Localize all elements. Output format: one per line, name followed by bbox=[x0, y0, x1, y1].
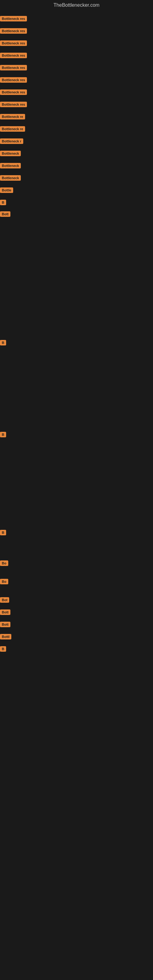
bottleneck-badge-6[interactable]: Bottleneck res bbox=[0, 89, 27, 95]
bottleneck-badge-19[interactable]: B bbox=[0, 530, 6, 535]
bottleneck-badge-11[interactable]: Bottleneck bbox=[0, 151, 21, 156]
bottleneck-badge-16[interactable]: Bott bbox=[0, 211, 10, 217]
bottleneck-badge-18[interactable]: B bbox=[0, 432, 6, 438]
bottleneck-badge-1[interactable]: Bottleneck res bbox=[0, 28, 27, 34]
bottleneck-badge-13[interactable]: Bottleneck bbox=[0, 175, 21, 181]
bottleneck-badge-25[interactable]: Bottl bbox=[0, 634, 11, 640]
bottleneck-badge-7[interactable]: Bottleneck res bbox=[0, 102, 27, 107]
bottleneck-badge-14[interactable]: Bottle bbox=[0, 188, 13, 193]
bottleneck-badge-20[interactable]: Bo bbox=[0, 560, 8, 566]
site-title: TheBottlenecker.com bbox=[0, 0, 153, 9]
bottleneck-badge-17[interactable]: B bbox=[0, 340, 6, 345]
bottleneck-badge-24[interactable]: Bott bbox=[0, 622, 10, 627]
bottleneck-badge-10[interactable]: Bottleneck r bbox=[0, 138, 23, 144]
bottleneck-badge-22[interactable]: Bot bbox=[0, 597, 9, 603]
bottleneck-badge-9[interactable]: Bottleneck re bbox=[0, 126, 25, 132]
bottleneck-badge-23[interactable]: Bott bbox=[0, 609, 10, 615]
bottleneck-badge-21[interactable]: Bo bbox=[0, 579, 8, 584]
bottleneck-badge-0[interactable]: Bottleneck res bbox=[0, 16, 27, 21]
bottleneck-badge-8[interactable]: Bottleneck re bbox=[0, 114, 25, 119]
bottleneck-badge-3[interactable]: Bottleneck res bbox=[0, 52, 27, 58]
bottleneck-badge-15[interactable]: B bbox=[0, 200, 6, 205]
bottleneck-badge-12[interactable]: Bottleneck bbox=[0, 163, 21, 169]
bottleneck-badge-26[interactable]: B bbox=[0, 646, 6, 652]
bottleneck-badge-2[interactable]: Bottleneck res bbox=[0, 40, 27, 46]
bottleneck-badge-4[interactable]: Bottleneck res bbox=[0, 65, 27, 70]
bottleneck-badge-5[interactable]: Bottleneck res bbox=[0, 77, 27, 83]
